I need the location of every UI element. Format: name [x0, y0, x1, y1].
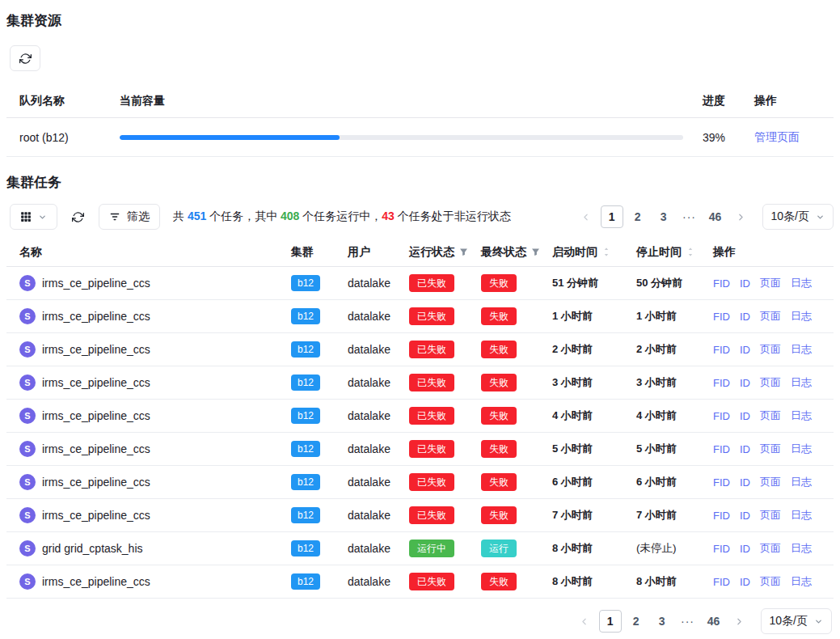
id-link[interactable]: ID — [740, 576, 750, 588]
fid-link[interactable]: FID — [713, 576, 730, 588]
fid-link[interactable]: FID — [713, 344, 730, 356]
page-button-2[interactable]: 2 — [627, 205, 649, 228]
page-size-select[interactable]: 10条/页 — [762, 204, 834, 230]
stop-time: 4 小时前 — [636, 408, 713, 423]
final-status-badge: 失败 — [481, 440, 517, 458]
prev-page-button[interactable] — [575, 205, 597, 228]
next-page-button[interactable] — [730, 205, 753, 228]
fid-link[interactable]: FID — [713, 277, 730, 290]
page-button-1[interactable]: 1 — [599, 610, 622, 633]
page-link[interactable]: 页面 — [760, 475, 781, 489]
resources-actions-header: 操作 — [754, 94, 829, 108]
next-page-button[interactable] — [728, 610, 751, 633]
start-time: 7 小时前 — [552, 508, 636, 523]
fid-link[interactable]: FID — [713, 443, 730, 455]
not-running-task-count: 43 — [382, 209, 395, 222]
user-header: 用户 — [348, 245, 370, 260]
log-link[interactable]: 日志 — [791, 574, 812, 589]
log-link[interactable]: 日志 — [791, 475, 812, 489]
operations-header: 操作 — [713, 245, 736, 260]
pagination: 1 2 3 ··· 46 10条/页 — [575, 204, 834, 230]
page-ellipsis[interactable]: ··· — [677, 610, 699, 633]
log-link[interactable]: 日志 — [791, 442, 812, 456]
final-status-filter-icon[interactable] — [531, 248, 540, 256]
table-row: S irms_ce_pipeline_ccs b12 datalake 已失败 … — [6, 565, 834, 599]
final-status-badge: 失败 — [481, 374, 517, 391]
id-link[interactable]: ID — [740, 543, 750, 555]
fid-link[interactable]: FID — [713, 377, 730, 389]
fid-link[interactable]: FID — [713, 476, 730, 489]
page-link[interactable]: 页面 — [760, 342, 781, 357]
id-link[interactable]: ID — [740, 410, 750, 422]
stop-time: 3 小时前 — [636, 375, 713, 390]
run-status-badge: 已失败 — [409, 374, 454, 391]
log-link[interactable]: 日志 — [791, 276, 812, 290]
task-name: irms_ce_pipeline_ccs — [42, 310, 150, 323]
fid-link[interactable]: FID — [713, 311, 730, 323]
cluster-header: 集群 — [291, 245, 314, 260]
running-task-count: 408 — [281, 209, 299, 222]
page-link[interactable]: 页面 — [760, 408, 781, 423]
progress-percent: 39% — [703, 131, 754, 144]
page-link[interactable]: 页面 — [760, 375, 781, 390]
resources-refresh-button[interactable] — [10, 45, 40, 71]
log-link[interactable]: 日志 — [791, 375, 812, 390]
log-link[interactable]: 日志 — [791, 342, 812, 357]
page-button-2[interactable]: 2 — [625, 610, 648, 633]
page-button-46[interactable]: 46 — [704, 205, 727, 228]
chevron-down-icon — [816, 213, 825, 222]
id-link[interactable]: ID — [740, 311, 750, 323]
page-link[interactable]: 页面 — [760, 574, 781, 589]
table-row: S irms_ce_pipeline_ccs b12 datalake 已失败 … — [6, 400, 834, 433]
run-status-badge: 已失败 — [409, 573, 454, 590]
run-status-filter-icon[interactable] — [459, 248, 468, 256]
page-link[interactable]: 页面 — [760, 276, 781, 290]
log-link[interactable]: 日志 — [791, 541, 812, 556]
id-link[interactable]: ID — [740, 344, 750, 356]
id-link[interactable]: ID — [740, 277, 750, 290]
fid-link[interactable]: FID — [713, 510, 730, 522]
page-link[interactable]: 页面 — [760, 309, 781, 324]
prev-page-button[interactable] — [573, 610, 596, 633]
start-time-sort-icon[interactable] — [602, 247, 610, 257]
fid-link[interactable]: FID — [713, 543, 730, 555]
page-link[interactable]: 页面 — [760, 508, 781, 523]
task-user: datalake — [348, 476, 409, 489]
log-link[interactable]: 日志 — [791, 508, 812, 523]
page-button-3[interactable]: 3 — [652, 205, 675, 228]
cluster-badge: b12 — [291, 375, 320, 391]
page-size-select[interactable]: 10条/页 — [761, 608, 832, 634]
cluster-badge: b12 — [291, 408, 320, 424]
cluster-badge: b12 — [291, 474, 320, 490]
task-name: irms_ce_pipeline_ccs — [42, 409, 150, 422]
task-table-body: S irms_ce_pipeline_ccs b12 datalake 已失败 … — [6, 267, 834, 599]
name-header: 名称 — [19, 245, 42, 260]
filter-button[interactable]: 筛选 — [99, 204, 160, 230]
cluster-badge: b12 — [291, 275, 320, 291]
tasks-refresh-button[interactable] — [72, 211, 84, 223]
cluster-badge: b12 — [291, 441, 320, 457]
page-button-46[interactable]: 46 — [703, 610, 725, 633]
log-link[interactable]: 日志 — [791, 309, 812, 324]
id-link[interactable]: ID — [740, 377, 750, 389]
task-type-avatar: S — [19, 474, 36, 490]
final-status-badge: 失败 — [481, 341, 517, 358]
id-link[interactable]: ID — [740, 443, 750, 455]
start-time: 2 小时前 — [552, 342, 636, 357]
page-ellipsis[interactable]: ··· — [678, 205, 701, 228]
manage-page-link[interactable]: 管理页面 — [754, 130, 800, 143]
page-button-3[interactable]: 3 — [651, 610, 673, 633]
page-link[interactable]: 页面 — [760, 442, 781, 456]
cluster-badge: b12 — [291, 308, 320, 324]
fid-link[interactable]: FID — [713, 410, 730, 422]
column-settings-button[interactable] — [10, 204, 57, 230]
page-link[interactable]: 页面 — [760, 541, 781, 556]
id-link[interactable]: ID — [740, 476, 750, 489]
stop-time-sort-icon[interactable] — [686, 247, 694, 257]
task-user: datalake — [348, 409, 409, 422]
id-link[interactable]: ID — [740, 510, 750, 522]
run-status-badge: 已失败 — [409, 274, 454, 292]
log-link[interactable]: 日志 — [791, 408, 812, 423]
page-size-value: 10条/页 — [770, 614, 808, 628]
page-button-1[interactable]: 1 — [601, 205, 623, 228]
